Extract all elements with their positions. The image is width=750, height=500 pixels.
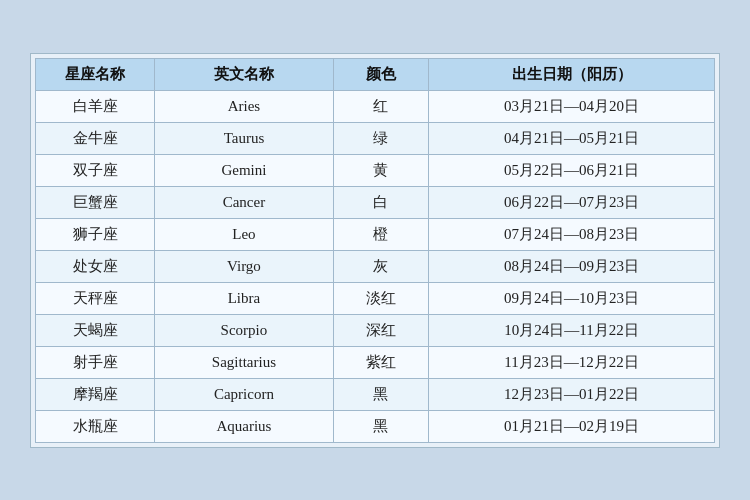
table-row: 处女座Virgo灰08月24日—09月23日: [36, 250, 715, 282]
cell-en-name: Taurus: [155, 122, 334, 154]
cell-en-name: Libra: [155, 282, 334, 314]
table-row: 天秤座Libra淡红09月24日—10月23日: [36, 282, 715, 314]
zodiac-table-container: 星座名称 英文名称 颜色 出生日期（阳历） 白羊座Aries红03月21日—04…: [30, 53, 720, 448]
table-row: 金牛座Taurus绿04月21日—05月21日: [36, 122, 715, 154]
cell-en-name: Leo: [155, 218, 334, 250]
cell-zh-name: 水瓶座: [36, 410, 155, 442]
header-color: 颜色: [333, 58, 428, 90]
cell-color: 红: [333, 90, 428, 122]
cell-date: 10月24日—11月22日: [429, 314, 715, 346]
cell-zh-name: 处女座: [36, 250, 155, 282]
table-header-row: 星座名称 英文名称 颜色 出生日期（阳历）: [36, 58, 715, 90]
cell-date: 05月22日—06月21日: [429, 154, 715, 186]
header-date: 出生日期（阳历）: [429, 58, 715, 90]
cell-en-name: Capricorn: [155, 378, 334, 410]
cell-zh-name: 天蝎座: [36, 314, 155, 346]
header-en-name: 英文名称: [155, 58, 334, 90]
table-row: 摩羯座Capricorn黑12月23日—01月22日: [36, 378, 715, 410]
cell-zh-name: 白羊座: [36, 90, 155, 122]
cell-date: 06月22日—07月23日: [429, 186, 715, 218]
cell-date: 08月24日—09月23日: [429, 250, 715, 282]
cell-zh-name: 天秤座: [36, 282, 155, 314]
cell-date: 09月24日—10月23日: [429, 282, 715, 314]
cell-date: 03月21日—04月20日: [429, 90, 715, 122]
cell-zh-name: 狮子座: [36, 218, 155, 250]
cell-color: 淡红: [333, 282, 428, 314]
header-zh-name: 星座名称: [36, 58, 155, 90]
table-row: 射手座Sagittarius紫红11月23日—12月22日: [36, 346, 715, 378]
cell-date: 12月23日—01月22日: [429, 378, 715, 410]
cell-color: 绿: [333, 122, 428, 154]
table-row: 狮子座Leo橙07月24日—08月23日: [36, 218, 715, 250]
cell-en-name: Virgo: [155, 250, 334, 282]
cell-color: 灰: [333, 250, 428, 282]
cell-zh-name: 射手座: [36, 346, 155, 378]
table-row: 白羊座Aries红03月21日—04月20日: [36, 90, 715, 122]
cell-color: 紫红: [333, 346, 428, 378]
cell-en-name: Cancer: [155, 186, 334, 218]
cell-color: 橙: [333, 218, 428, 250]
cell-en-name: Aquarius: [155, 410, 334, 442]
cell-zh-name: 双子座: [36, 154, 155, 186]
cell-en-name: Aries: [155, 90, 334, 122]
cell-color: 黑: [333, 378, 428, 410]
table-row: 巨蟹座Cancer白06月22日—07月23日: [36, 186, 715, 218]
cell-en-name: Gemini: [155, 154, 334, 186]
cell-en-name: Sagittarius: [155, 346, 334, 378]
table-row: 水瓶座Aquarius黑01月21日—02月19日: [36, 410, 715, 442]
cell-color: 深红: [333, 314, 428, 346]
cell-zh-name: 巨蟹座: [36, 186, 155, 218]
cell-date: 01月21日—02月19日: [429, 410, 715, 442]
cell-date: 11月23日—12月22日: [429, 346, 715, 378]
cell-zh-name: 摩羯座: [36, 378, 155, 410]
cell-color: 白: [333, 186, 428, 218]
table-row: 双子座Gemini黄05月22日—06月21日: [36, 154, 715, 186]
cell-en-name: Scorpio: [155, 314, 334, 346]
zodiac-table: 星座名称 英文名称 颜色 出生日期（阳历） 白羊座Aries红03月21日—04…: [35, 58, 715, 443]
cell-color: 黄: [333, 154, 428, 186]
cell-date: 04月21日—05月21日: [429, 122, 715, 154]
table-row: 天蝎座Scorpio深红10月24日—11月22日: [36, 314, 715, 346]
cell-zh-name: 金牛座: [36, 122, 155, 154]
cell-date: 07月24日—08月23日: [429, 218, 715, 250]
cell-color: 黑: [333, 410, 428, 442]
